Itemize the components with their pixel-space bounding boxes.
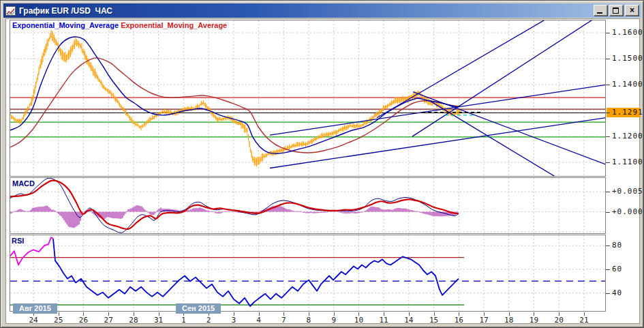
y-axis-label: +0.005 [612,187,643,196]
x-axis-label: 4 [250,316,268,325]
close-button[interactable]: × [625,5,639,16]
current-price-label: 1.1291 [607,108,641,117]
macd-label: MACD [12,179,35,188]
indicator-legend: Exponential_Moving_Average Exponential_M… [12,21,227,29]
maximize-icon [613,8,619,14]
legend-ema-fast: Exponential_Moving_Average [12,21,119,29]
x-axis-label: 25 [50,316,67,325]
x-axis-tick [108,312,109,316]
x-axis-tick [134,312,134,316]
month-badge-sep: Сен 2015 [176,303,221,314]
x-axis-tick [334,312,335,316]
macd-panel[interactable] [10,177,606,234]
chart-icon-glyph [6,8,15,16]
y-axis-tick [606,245,610,246]
y-axis-label: 60 [612,265,643,273]
y-axis-label: 1.1500 [612,54,643,63]
x-axis-label: 9 [325,316,343,325]
title-bar[interactable]: График EUR /USD ЧАС × [3,3,641,18]
x-axis-label: 1 [174,316,192,325]
x-axis-label: 21 [575,316,593,325]
x-axis-label: 17 [475,316,493,325]
x-axis-tick [283,312,284,316]
x-axis-tick [358,312,359,316]
x-axis-label: 15 [425,316,443,325]
y-axis-label: 1.1600 [612,28,643,37]
x-axis-label: 2 [200,316,217,325]
legend-ema-slow: Exponential_Moving_Average [121,21,227,29]
y-axis-tick [606,162,610,163]
x-axis-label: 31 [150,316,168,325]
x-axis-label: 19 [525,316,542,325]
x-axis-tick [559,312,559,316]
minimize-icon [597,12,602,14]
y-axis-tick [606,293,610,294]
x-axis-tick [459,312,459,316]
window-title: График EUR /USD ЧАС [19,6,112,16]
x-axis-tick [434,312,435,316]
month-badge-aug: Авг 2015 [13,303,57,314]
y-axis-label: 1.1400 [612,80,643,89]
x-axis-tick [83,312,84,316]
minimize-button[interactable] [594,5,608,16]
y-axis-tick [606,269,610,270]
y-axis-tick [606,85,610,85]
x-axis-label: 14 [400,316,418,325]
y-axis-label: 40 [612,288,643,297]
x-axis-tick [534,312,534,316]
chart-icon [5,6,16,16]
x-axis-tick [484,312,485,316]
x-axis-tick [309,312,309,316]
x-axis-label: 18 [500,316,518,325]
y-axis-tick [606,33,610,33]
x-axis-label: 16 [450,316,467,325]
x-axis-tick [584,312,585,316]
x-axis-label: 11 [375,316,393,325]
x-axis-label: 27 [99,316,117,325]
y-axis-tick [606,136,610,137]
maximize-button[interactable] [609,5,624,16]
y-axis-label: +0.000 [612,207,643,216]
rsi-label: RSI [12,237,24,245]
y-axis-tick [606,113,610,113]
x-axis-tick [59,312,59,316]
x-axis-tick [409,312,410,316]
x-axis-label: 24 [25,316,42,325]
y-axis-label: 1.1100 [612,158,643,166]
y-axis-tick [606,59,610,59]
y-axis-tick [606,212,610,213]
x-axis-tick [509,312,510,316]
x-axis-tick [259,312,260,316]
chart-window: График EUR /USD ЧАС × Exponential_Moving… [0,0,644,328]
y-axis-label: 1.1200 [612,132,643,140]
x-axis-label: 8 [300,316,318,325]
price-chart-panel[interactable] [10,20,606,177]
x-axis-label: 10 [350,316,367,325]
x-axis-tick [159,312,159,316]
rsi-panel[interactable] [10,235,606,312]
x-axis-tick [234,312,234,316]
x-axis-label: 28 [125,316,142,325]
x-axis-tick [384,312,384,316]
x-axis-label: 20 [550,316,568,325]
x-axis-label: 26 [74,316,92,325]
y-axis-tick [606,192,610,192]
close-icon: × [626,5,639,16]
y-axis-label: 80 [612,241,643,250]
x-axis-label: 7 [275,316,292,325]
x-axis-label: 3 [225,316,243,325]
